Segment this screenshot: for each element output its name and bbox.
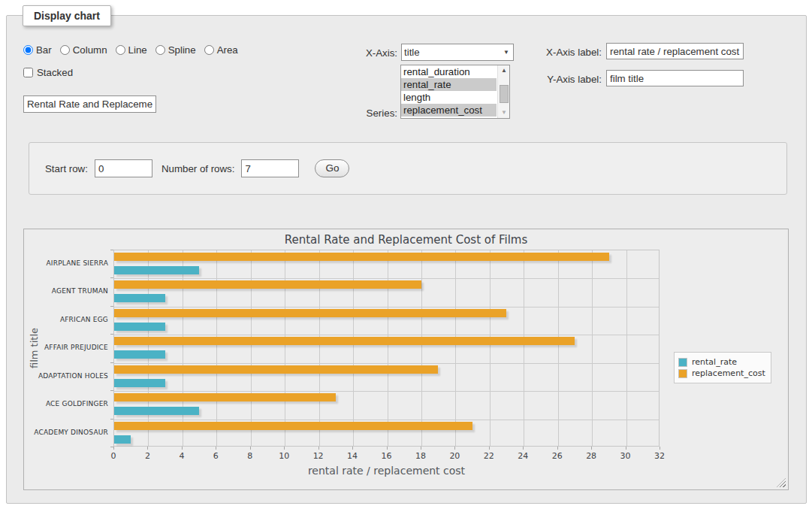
xtick-mark — [660, 447, 660, 450]
gridline — [455, 250, 456, 446]
gridline — [421, 250, 422, 446]
ytick-mark — [110, 250, 113, 250]
start-row-input[interactable] — [95, 159, 152, 177]
legend-label: replacement_cost — [692, 368, 765, 378]
ytick-label: ACADEMY DINOSAUR — [24, 428, 108, 437]
ytick-mark — [110, 419, 113, 420]
bar-rental_rate — [114, 435, 131, 444]
bar-rental_rate — [114, 323, 165, 331]
stacked-checkbox[interactable] — [23, 68, 33, 77]
legend-swatch-rental_rate — [678, 358, 687, 367]
chart-title: Rental Rate and Replacement Cost of Film… — [24, 233, 788, 247]
chart-resize-handle-icon[interactable] — [777, 478, 786, 487]
radio-column[interactable] — [60, 45, 70, 55]
chart-type-radio-group: Bar Column Line Spline Area — [23, 44, 238, 56]
scroll-up-icon[interactable]: ▲ — [498, 65, 510, 76]
series-listbox-items: rental_durationrental_ratelengthreplacem… — [401, 65, 497, 118]
radio-line[interactable] — [116, 45, 125, 55]
chart-panel: Rental Rate and Replacement Cost of Film… — [23, 229, 789, 490]
gridline — [114, 391, 659, 392]
series-label: Series: — [322, 108, 397, 119]
yaxis-label-input[interactable] — [606, 70, 744, 86]
radio-spline[interactable] — [155, 45, 165, 55]
radio-bar[interactable] — [23, 45, 33, 55]
bar-replacement_cost — [114, 253, 609, 261]
bar-rental_rate — [114, 266, 199, 274]
xtick-label: 22 — [474, 451, 504, 461]
series-listbox-scrollbar[interactable]: ▲ ▼ — [497, 65, 509, 118]
xtick-label: 32 — [644, 451, 675, 461]
ytick-mark — [110, 277, 113, 278]
gridline — [183, 250, 183, 446]
gridline — [388, 250, 388, 446]
bar-replacement_cost — [114, 337, 575, 345]
xtick-label: 18 — [406, 451, 436, 461]
xtick-mark — [387, 447, 388, 450]
bar-replacement_cost — [114, 365, 438, 374]
xtick-label: 0 — [98, 451, 128, 461]
series-option-replacement_cost[interactable]: replacement_cost — [401, 104, 497, 117]
series-option-rental_rate[interactable]: rental_rate — [401, 78, 497, 91]
radio-option-spline[interactable]: Spline — [155, 44, 196, 56]
yaxis-title: film title — [29, 303, 41, 393]
scroll-down-icon[interactable]: ▼ — [498, 108, 510, 118]
gridline — [216, 250, 217, 446]
gridline — [592, 250, 593, 446]
xtick-mark — [523, 447, 524, 450]
xtick-mark — [113, 447, 114, 450]
gridline — [114, 363, 659, 364]
xtick-mark — [182, 447, 183, 450]
xtick-mark — [557, 447, 558, 450]
yaxis-label-field-label: Y-Axis label: — [525, 74, 602, 85]
series-option-length[interactable]: length — [401, 91, 497, 104]
radio-area[interactable] — [204, 45, 214, 55]
gridline — [558, 250, 559, 446]
chart-legend: rental_ratereplacement_cost — [674, 352, 771, 383]
radio-option-line[interactable]: Line — [116, 44, 147, 56]
legend-row: replacement_cost — [678, 368, 765, 378]
xaxis-label-input[interactable] — [606, 43, 744, 59]
series-option-rental_duration[interactable]: rental_duration — [401, 65, 497, 78]
xaxis-title: rental rate / replacement cost — [113, 465, 660, 477]
bar-rental_rate — [114, 350, 165, 359]
start-row-label: Start row: — [45, 163, 88, 174]
rows-panel: Start row: Number of rows: Go — [29, 142, 787, 195]
xaxis-select[interactable]: title — [401, 44, 514, 61]
xtick-mark — [489, 447, 490, 450]
gridline — [114, 420, 659, 420]
radio-column-label: Column — [73, 44, 107, 56]
radio-option-bar[interactable]: Bar — [23, 44, 52, 56]
stacked-option[interactable]: Stacked — [23, 67, 73, 78]
scrollbar-thumb[interactable] — [500, 85, 509, 103]
series-listbox[interactable]: rental_durationrental_ratelengthreplacem… — [400, 65, 510, 119]
chart-title-input[interactable] — [23, 95, 156, 113]
display-chart-fieldset: Display chart Bar Column Line Spline Are… — [6, 15, 807, 504]
xtick-label: 10 — [269, 451, 299, 461]
radio-option-column[interactable]: Column — [60, 44, 107, 56]
ytick-mark — [110, 334, 113, 335]
gridline — [251, 250, 252, 446]
ytick-mark — [110, 362, 113, 363]
xtick-label: 14 — [337, 451, 367, 461]
num-rows-label: Number of rows: — [161, 163, 235, 174]
gridline — [285, 250, 285, 446]
num-rows-input[interactable] — [241, 159, 299, 177]
fieldset-legend: Display chart — [23, 5, 111, 26]
go-button[interactable]: Go — [315, 159, 349, 177]
bar-rental_rate — [114, 379, 165, 387]
xtick-label: 24 — [508, 451, 538, 461]
legend-swatch-replacement_cost — [678, 369, 687, 378]
xtick-label: 2 — [132, 451, 162, 461]
radio-bar-label: Bar — [36, 44, 52, 56]
xtick-label: 6 — [201, 451, 231, 461]
gridline — [148, 250, 149, 446]
radio-option-area[interactable]: Area — [204, 44, 238, 56]
xtick-label: 16 — [372, 451, 402, 461]
xtick-mark — [284, 447, 285, 450]
xtick-mark — [352, 447, 353, 450]
xtick-mark — [454, 447, 455, 450]
xtick-mark — [591, 447, 592, 450]
xaxis-label-field-label: X-Axis label: — [525, 47, 602, 58]
gridline — [490, 250, 491, 446]
gridline — [114, 278, 659, 279]
